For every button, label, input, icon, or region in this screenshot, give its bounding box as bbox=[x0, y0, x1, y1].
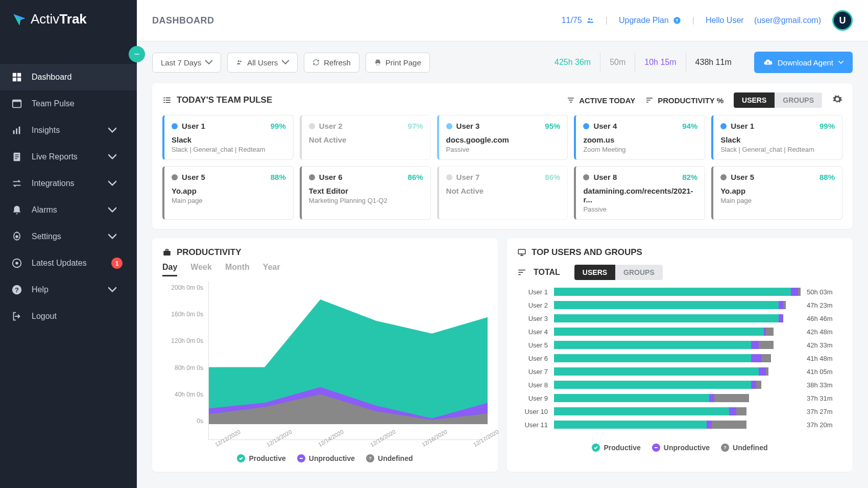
legend-item: Productive bbox=[237, 454, 285, 462]
toggle-groups[interactable]: GROUPS bbox=[775, 92, 822, 108]
sidebar-item-settings[interactable]: Settings bbox=[0, 223, 137, 250]
users-dropdown[interactable]: All Users bbox=[227, 53, 298, 73]
refresh-button[interactable]: Refresh bbox=[304, 53, 359, 73]
sort-icon bbox=[517, 268, 526, 277]
user-count-text: 11/75 bbox=[562, 16, 582, 25]
bar-label: User 5 bbox=[517, 341, 548, 349]
toggle-groups[interactable]: GROUPS bbox=[615, 265, 663, 280]
toggle-users[interactable]: USERS bbox=[734, 92, 775, 108]
sidebar-item-integrations[interactable]: Integrations bbox=[0, 170, 137, 197]
bar-value: 41h 48m bbox=[807, 355, 842, 362]
sidebar-item-insights[interactable]: Insights bbox=[0, 117, 137, 144]
pulse-pct: 95% bbox=[545, 122, 560, 130]
svg-rect-4 bbox=[17, 78, 21, 81]
chevron-down-icon bbox=[108, 233, 116, 241]
top-users-title: TOP USERS AND GROUPS bbox=[532, 247, 642, 258]
pulse-user-name: User 3 bbox=[456, 122, 480, 130]
tab-day[interactable]: Day bbox=[162, 263, 177, 276]
pulse-card[interactable]: User 2 97% Not Active bbox=[300, 115, 431, 160]
pulse-user-name: User 5 bbox=[731, 173, 754, 181]
user-count-link[interactable]: 11/75 bbox=[562, 16, 594, 25]
pulse-card[interactable]: User 5 88% Yo.app Main page bbox=[162, 166, 294, 220]
status-dot bbox=[583, 123, 589, 129]
toggle-users[interactable]: USERS bbox=[574, 265, 615, 280]
sidebar-item-latest-updates[interactable]: Latest Updates1 bbox=[0, 250, 137, 276]
pulse-sub: Main page bbox=[172, 197, 286, 204]
pulse-card[interactable]: User 7 86% Not Active bbox=[437, 166, 568, 220]
pulse-card[interactable]: User 6 86% Text Editor Marketing Plannin… bbox=[300, 166, 431, 220]
stat-value: 425h 36m bbox=[545, 53, 600, 72]
sidebar-item-help[interactable]: ?Help bbox=[0, 276, 137, 303]
svg-rect-7 bbox=[13, 130, 15, 134]
upgrade-plan-link[interactable]: Upgrade Plan bbox=[619, 16, 681, 25]
cloud-download-icon bbox=[763, 58, 773, 67]
svg-point-20 bbox=[591, 18, 592, 20]
svg-rect-46 bbox=[518, 249, 525, 254]
bar-value: 37h 31m bbox=[807, 394, 842, 402]
pulse-sub: Main page bbox=[720, 197, 835, 204]
sidebar-item-label: Alarms bbox=[32, 205, 57, 215]
total-label: TOTAL bbox=[534, 268, 560, 277]
avatar[interactable]: U bbox=[832, 10, 853, 31]
tab-year[interactable]: Year bbox=[263, 263, 280, 276]
pulse-user-name: User 1 bbox=[731, 122, 754, 130]
pulse-app: datamining.com/recents/2021-r... bbox=[583, 187, 697, 204]
sidebar-item-dashboard[interactable]: Dashboard bbox=[0, 64, 137, 90]
pulse-sub: Marketing Planning Q1-Q2 bbox=[309, 197, 423, 204]
pulse-card[interactable]: User 1 99% Slack Slack | General_chat | … bbox=[162, 115, 294, 160]
pulse-user-name: User 8 bbox=[593, 173, 617, 181]
sidebar-item-label: Settings bbox=[32, 232, 61, 241]
brand-icon bbox=[12, 12, 27, 27]
active-today-filter[interactable]: ACTIVE TODAY bbox=[567, 96, 635, 105]
sidebar-item-live-reports[interactable]: Live Reports bbox=[0, 144, 137, 170]
bar-row: User 4 42h 48m bbox=[517, 327, 842, 336]
bar-label: User 1 bbox=[517, 288, 548, 296]
status-dot bbox=[172, 174, 178, 180]
date-range-dropdown[interactable]: Last 7 Days bbox=[152, 53, 221, 73]
pulse-card[interactable]: User 3 95% docs.google.com Passive bbox=[437, 115, 568, 160]
pulse-card[interactable]: User 1 99% Slack Slack | General_chat | … bbox=[711, 115, 842, 160]
pulse-card[interactable]: User 8 82% datamining.com/recents/2021-r… bbox=[574, 166, 705, 220]
svg-point-22 bbox=[238, 60, 240, 62]
tab-week[interactable]: Week bbox=[190, 263, 212, 276]
bar-track bbox=[554, 328, 801, 336]
bar-value: 37h 20m bbox=[807, 421, 842, 429]
reports-icon bbox=[11, 151, 22, 162]
svg-point-19 bbox=[588, 18, 590, 20]
pulse-sub: Slack | General_chat | Redteam bbox=[172, 146, 286, 153]
bar-row: User 11 37h 20m bbox=[517, 420, 842, 429]
sidebar-item-team-pulse[interactable]: Team Pulse bbox=[0, 90, 137, 117]
svg-rect-40 bbox=[166, 249, 168, 251]
collapse-sidebar-button[interactable] bbox=[129, 46, 145, 62]
pulse-card[interactable]: User 4 94% zoom.us Zoom Meeting bbox=[574, 115, 705, 160]
svg-rect-8 bbox=[16, 128, 17, 134]
print-icon bbox=[374, 59, 381, 66]
bar-track bbox=[554, 314, 801, 322]
status-dot bbox=[309, 123, 315, 129]
status-dot bbox=[583, 174, 589, 180]
legend-item: Unproductive bbox=[297, 454, 355, 462]
pulse-pct: 88% bbox=[271, 173, 286, 181]
users-icon bbox=[586, 16, 594, 25]
sidebar-item-logout[interactable]: Logout bbox=[0, 303, 137, 330]
user-greeting[interactable]: Hello User (user@gmail.com) bbox=[706, 16, 821, 25]
tab-month[interactable]: Month bbox=[225, 263, 250, 276]
bar-row: User 10 37h 27m bbox=[517, 407, 842, 416]
bar-label: User 9 bbox=[517, 394, 548, 402]
team-pulse-panel: TODAY'S TEAM PULSE ACTIVE TODAY PRODUCTI… bbox=[152, 83, 853, 229]
stat-value: 50m bbox=[600, 53, 635, 72]
pulse-card[interactable]: User 5 88% Yo.app Main page bbox=[711, 166, 842, 220]
pulse-app: Yo.app bbox=[720, 187, 835, 195]
svg-rect-34 bbox=[569, 100, 573, 100]
productivity-pct-filter[interactable]: PRODUCTIVITY % bbox=[645, 96, 724, 105]
bar-row: User 2 47h 23m bbox=[517, 300, 842, 310]
sidebar-item-alarms[interactable]: Alarms bbox=[0, 197, 137, 223]
download-agent-button[interactable]: Download Agent bbox=[754, 52, 853, 73]
gear-icon bbox=[832, 94, 842, 104]
settings-icon-button[interactable] bbox=[832, 94, 842, 106]
pulse-user-name: User 4 bbox=[593, 122, 617, 130]
productivity-title: PRODUCTIVITY bbox=[177, 247, 242, 258]
svg-rect-47 bbox=[518, 270, 525, 271]
upgrade-icon bbox=[673, 16, 681, 25]
print-button[interactable]: Print Page bbox=[366, 53, 430, 73]
